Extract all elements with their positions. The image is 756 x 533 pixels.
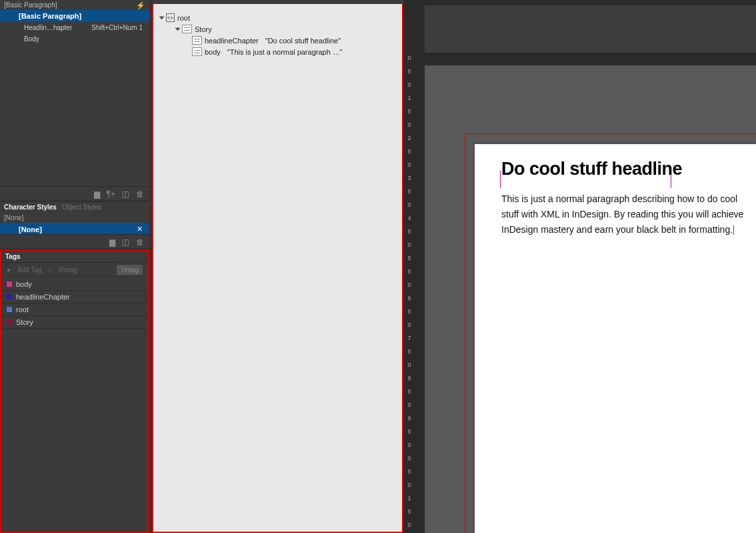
page[interactable]: Do cool stuff headline This is just a no… xyxy=(475,144,756,533)
tag-color-swatch xyxy=(7,282,12,287)
story-icon xyxy=(182,25,192,33)
node-label: Story xyxy=(195,25,212,33)
tag-color-swatch xyxy=(7,307,12,312)
character-styles-panel: Character Styles Object Styles [None] [N… xyxy=(0,201,149,249)
char-style-current: [None] xyxy=(0,213,149,223)
folder-icon[interactable]: ▆ xyxy=(94,189,100,199)
retag-button[interactable]: Retag xyxy=(59,266,77,274)
style-label: Headlin…hapter xyxy=(24,24,72,31)
tab-character-styles[interactable]: Character Styles xyxy=(4,203,57,211)
trash-icon[interactable]: 🗑 xyxy=(136,237,144,247)
clear-overrides-icon[interactable]: ¶+ xyxy=(107,189,115,199)
tag-color-swatch xyxy=(7,320,12,325)
style-label: Body xyxy=(24,35,39,43)
tag-item[interactable]: root xyxy=(1,304,148,316)
tag-label: Story xyxy=(16,318,33,326)
folder-icon[interactable]: ▆ xyxy=(109,237,115,247)
paragraph-styles-title: [Basic Paragraph] xyxy=(0,0,149,10)
horizontal-ruler xyxy=(425,53,756,65)
tag-marker-icon xyxy=(500,171,501,188)
element-icon xyxy=(192,47,202,56)
char-styles-footer: ▆ ◫ 🗑 xyxy=(0,234,149,249)
disclosure-icon[interactable] xyxy=(159,16,165,19)
style-label: [Basic Paragraph] xyxy=(19,12,81,20)
tag-color-swatch xyxy=(7,294,12,300)
trash-icon[interactable]: 🗑 xyxy=(136,189,144,199)
node-name: body xyxy=(205,48,221,56)
tab-object-styles[interactable]: Object Styles xyxy=(62,203,101,211)
node-label: root xyxy=(177,14,190,22)
tree-root[interactable]: <> root xyxy=(160,12,395,23)
tag-item[interactable]: Story xyxy=(1,316,148,329)
tag-item[interactable]: headlineChapter xyxy=(1,291,148,304)
body-text[interactable]: This is just a normal paragraph describi… xyxy=(501,191,751,237)
char-style-label: [None] xyxy=(19,225,42,233)
tree-item[interactable]: body "This is just a normal paragraph …" xyxy=(160,46,395,57)
text-frame[interactable]: Do cool stuff headline This is just a no… xyxy=(501,159,756,237)
document-canvas[interactable]: Do cool stuff headline This is just a no… xyxy=(425,0,756,533)
element-icon xyxy=(192,36,202,45)
tree-item[interactable]: headlineChapter "Do cool stuff headline" xyxy=(160,35,395,46)
paragraph-styles-panel: [Basic Paragraph] ⚡ [Basic Paragraph] He… xyxy=(0,0,149,201)
paragraph-style-item[interactable]: [Basic Paragraph] xyxy=(0,10,149,22)
node-preview: "Do cool stuff headline" xyxy=(265,37,341,45)
paragraph-style-item[interactable]: Headlin…hapter Shift+Ctrl+Num 1 xyxy=(0,22,149,33)
tag-marker-icon xyxy=(733,224,734,235)
tag-label: root xyxy=(16,306,29,314)
headline-text[interactable]: Do cool stuff headline xyxy=(501,159,682,179)
structure-panel: <> root Story headlineChapter "Do cool s… xyxy=(152,0,403,533)
tag-item[interactable]: body xyxy=(1,278,148,291)
new-style-icon[interactable]: ◫ xyxy=(122,237,129,247)
untag-button[interactable]: Untag xyxy=(117,265,143,275)
node-preview: "This is just a normal paragraph …" xyxy=(227,48,343,56)
new-style-icon[interactable]: ◫ xyxy=(122,189,129,199)
tags-panel-title: Tags xyxy=(1,251,148,262)
tree-story[interactable]: Story xyxy=(160,23,395,35)
root-icon: <> xyxy=(166,13,175,22)
tag-label: body xyxy=(16,280,32,288)
vertical-ruler: 050150250350450550650750850950050150 xyxy=(405,55,422,533)
disclosure-icon[interactable] xyxy=(175,27,181,31)
clear-override-icon[interactable]: ⚡ xyxy=(136,1,145,10)
clear-icon[interactable]: ✕ xyxy=(137,225,143,233)
tags-panel: Tags ● Add Tag ○ Retag Untag bodyheadlin… xyxy=(0,249,149,533)
style-shortcut: Shift+Ctrl+Num 1 xyxy=(91,24,143,31)
tag-label: headlineChapter xyxy=(16,293,70,301)
paragraph-styles-footer: ▆ ¶+ ◫ 🗑 xyxy=(0,186,149,201)
paragraph-style-item[interactable]: Body xyxy=(0,33,149,45)
node-name: headlineChapter xyxy=(205,37,259,45)
add-tag-button[interactable]: Add Tag xyxy=(17,266,42,274)
